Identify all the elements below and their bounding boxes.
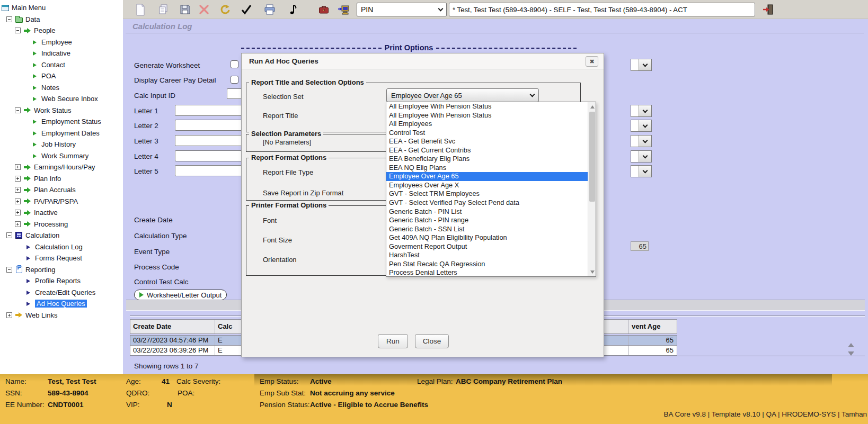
- status-ssn-value: 589-43-8904: [48, 389, 88, 397]
- selection-set-select[interactable]: Employee Over Age 65: [386, 88, 539, 102]
- dropdown-option-all-employees[interactable]: All Employees: [386, 120, 588, 129]
- dropdown-option-all-employee-with-pension-status[interactable]: All Employee With Pension Status: [386, 102, 588, 111]
- sidebar-item-employment-status[interactable]: Employment Status: [0, 116, 123, 128]
- field-label-letter-5: Letter 5: [134, 167, 158, 175]
- dropdown-option-generic-batch-pin-list[interactable]: Generic Batch - PIN List: [386, 208, 588, 216]
- dropdown-option-harshtest[interactable]: HarshTest: [386, 251, 588, 260]
- record-type-select[interactable]: PIN: [357, 3, 447, 16]
- sidebar-item-indicative[interactable]: Indicative: [0, 48, 123, 59]
- play-icon: [139, 292, 144, 297]
- expand-icon[interactable]: [15, 221, 21, 227]
- dropdown-option-get-409a-nq-plan-eligibility-population[interactable]: Get 409A NQ Plan Eligibility Population: [386, 233, 588, 242]
- person-record-field[interactable]: [449, 3, 755, 16]
- expand-icon[interactable]: [15, 199, 21, 204]
- dropdown-option-eea-beneficiary-elig-plans[interactable]: EEA Beneficiary Elig Plans: [386, 155, 588, 164]
- expand-icon[interactable]: [15, 187, 21, 193]
- worksheet-letter-output-button[interactable]: Worksheet/Letter Output: [134, 290, 227, 300]
- run-button[interactable]: Run: [378, 334, 408, 348]
- scroll-up-icon[interactable]: [848, 340, 854, 347]
- dropdown-option-eea-get-current-contribs[interactable]: EEA - Get Current Contribs: [386, 146, 588, 155]
- expand-icon[interactable]: [6, 312, 12, 318]
- collapse-icon[interactable]: [15, 107, 21, 113]
- sidebar-item-contact[interactable]: Contact: [0, 59, 123, 71]
- dropdown-option-employees-over-age-x[interactable]: Employees Over Age X: [386, 181, 588, 190]
- combo-stub[interactable]: [631, 165, 652, 177]
- sidebar-item-create-edit-queries[interactable]: Create/Edit Queries: [0, 287, 123, 299]
- sidebar-item-data[interactable]: Data: [0, 14, 123, 25]
- collapse-icon[interactable]: [6, 267, 12, 273]
- expand-icon[interactable]: [15, 176, 21, 182]
- field-label-control-test-calc: Control Test Calc: [134, 278, 189, 286]
- copy-icon[interactable]: [157, 3, 171, 16]
- collapse-icon[interactable]: [6, 16, 12, 22]
- sidebar-item-reporting[interactable]: Reporting: [0, 264, 123, 276]
- sidebar-item-employment-dates[interactable]: Employment Dates: [0, 128, 123, 139]
- combo-stub[interactable]: [631, 59, 652, 71]
- sidebar-item-job-history[interactable]: Job History: [0, 139, 123, 150]
- combo-stub[interactable]: [631, 105, 652, 117]
- dropdown-option-all-employee-with-pension-status[interactable]: All Employee With Pension Status: [386, 111, 588, 120]
- display-career-pay-checkbox[interactable]: [231, 76, 238, 84]
- sidebar-item-people[interactable]: People: [0, 25, 123, 37]
- sidebar-item-pa-par-pspa[interactable]: PA/PAR/PSPA: [0, 196, 123, 208]
- dropdown-option-gvt-select-verified-pay-select-pend-data[interactable]: GVT - Select Verified Pay Select Pend da…: [386, 199, 588, 208]
- combo-stub[interactable]: [631, 135, 652, 147]
- sidebar-item-inactive[interactable]: Inactive: [0, 207, 123, 219]
- generate-worksheet-checkbox[interactable]: [231, 60, 238, 68]
- dropdown-option-eea-get-benefit-svc[interactable]: EEA - Get Benefit Svc: [386, 137, 588, 146]
- dropdown-option-pen-stat-recalc-qa-regression[interactable]: Pen Stat Recalc QA Regression: [386, 260, 588, 269]
- undo-icon[interactable]: [218, 3, 232, 16]
- combo-stub[interactable]: [631, 150, 652, 163]
- sidebar-item-web-secure-inbox[interactable]: Web Secure Inbox: [0, 93, 123, 105]
- new-document-icon[interactable]: [134, 3, 147, 16]
- sidebar-item-notes[interactable]: Notes: [0, 82, 123, 94]
- dropdown-option-goverment-report-output[interactable]: Goverment Report Output: [386, 242, 588, 251]
- dropdown-scrollbar[interactable]: [588, 102, 596, 276]
- exit-icon[interactable]: [761, 3, 775, 16]
- print-icon[interactable]: [263, 3, 277, 16]
- sidebar-item-plan-accruals[interactable]: Plan Accruals: [0, 184, 123, 196]
- note-icon[interactable]: [286, 3, 300, 16]
- sidebar-item-poa[interactable]: POA: [0, 70, 123, 82]
- scrollbar-down-icon[interactable]: [588, 268, 596, 276]
- sidebar-item-main-menu[interactable]: Main Menu: [0, 2, 123, 14]
- sidebar-item-employee[interactable]: Employee: [0, 37, 123, 48]
- dropdown-option-generic-batch-ssn-list[interactable]: Generic Batch - SSN List: [386, 225, 588, 234]
- dropdown-option-eea-nq-elig-plans[interactable]: EEA NQ Elig Plans: [386, 164, 588, 173]
- sidebar-item-work-status[interactable]: Work Status: [0, 105, 123, 116]
- sidebar-item-calculation-log[interactable]: Calculation Log: [0, 241, 123, 253]
- validate-check-icon[interactable]: [240, 3, 253, 16]
- close-icon[interactable]: ✖: [586, 56, 598, 67]
- orientation-label: Orientation: [263, 256, 297, 264]
- expand-icon[interactable]: [15, 164, 21, 170]
- sidebar-item-label: Web Links: [25, 311, 57, 319]
- tri-green-icon: [31, 154, 39, 158]
- briefcase-icon[interactable]: [317, 3, 331, 16]
- sidebar-item-plan-info[interactable]: Plan Info: [0, 173, 123, 185]
- dropdown-option-control-test[interactable]: Control Test: [386, 129, 588, 138]
- save-icon[interactable]: [178, 3, 192, 16]
- dropdown-option-employee-over-age-65[interactable]: Employee Over Age 65: [386, 172, 588, 181]
- close-button[interactable]: Close: [415, 334, 449, 348]
- sidebar-item-ad-hoc-queries[interactable]: Ad Hoc Queries: [0, 298, 123, 310]
- arrow-green-icon: [23, 176, 31, 181]
- sidebar-item-calculation[interactable]: Calculation: [0, 230, 123, 241]
- scrollbar-up-icon[interactable]: [588, 102, 596, 111]
- scrollbar-thumb[interactable]: [589, 112, 595, 202]
- dropdown-option-gvt-select-trm-employees[interactable]: GVT - Select TRM Employees: [386, 190, 588, 199]
- dropdown-option-generic-batch-pin-range[interactable]: Generic Batch - PIN range: [386, 216, 588, 225]
- collapse-icon[interactable]: [15, 28, 21, 33]
- combo-stub[interactable]: [631, 120, 652, 132]
- expand-icon[interactable]: [15, 210, 21, 215]
- scroll-down-icon[interactable]: [848, 351, 854, 359]
- collapse-icon[interactable]: [6, 232, 12, 238]
- sidebar-item-web-links[interactable]: Web Links: [0, 310, 123, 321]
- sidebar-item-work-summary[interactable]: Work Summary: [0, 150, 123, 162]
- sidebar-item-processing[interactable]: Processing: [0, 219, 123, 230]
- sidebar-item-profile-reports[interactable]: Profile Reports: [0, 275, 123, 287]
- sidebar-item-forms-request[interactable]: Forms Request: [0, 252, 123, 264]
- sidebar-item-earnings-hours-pay[interactable]: Earnings/Hours/Pay: [0, 161, 123, 173]
- session-icon[interactable]: [337, 3, 351, 16]
- dropdown-option-process-denial-letters[interactable]: Process Denial Letters: [386, 268, 588, 276]
- delete-icon[interactable]: [197, 3, 211, 16]
